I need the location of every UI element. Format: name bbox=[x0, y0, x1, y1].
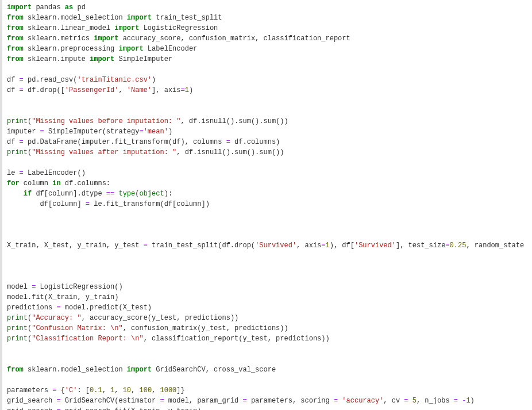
token-num: 5 bbox=[413, 397, 417, 405]
token-nm: df[column] bbox=[7, 200, 86, 208]
code-line: from sklearn.model_selection import Grid… bbox=[7, 365, 527, 375]
token-str: 'PassengerId' bbox=[65, 86, 119, 94]
token-nm: , confusion_matrix(y_test, predictions)) bbox=[123, 324, 288, 332]
code-line: grid_search = GridSearchCV(estimator = m… bbox=[7, 396, 527, 406]
token-op: = bbox=[181, 86, 185, 94]
token-nm: , bbox=[102, 386, 110, 394]
code-line: from sklearn.linear_model import Logisti… bbox=[7, 23, 527, 33]
token-nm: df bbox=[7, 138, 20, 146]
code-line: print("Confusion Matrix: \n", confusion_… bbox=[7, 323, 527, 334]
token-nm: , accuracy_score(y_test, predictions)) bbox=[82, 314, 239, 322]
token-nm: model.fit(X_train, y_train) bbox=[7, 293, 118, 301]
token-op: = bbox=[160, 397, 164, 405]
token-kw: import bbox=[7, 3, 32, 12]
token-op: = bbox=[242, 397, 246, 405]
code-line: from sklearn.metrics import accuracy_sco… bbox=[7, 33, 527, 44]
code-cell[interactable]: import pandas as pdfrom sklearn.model_se… bbox=[7, 2, 527, 410]
token-nm: , cv bbox=[383, 397, 404, 405]
token-num: 0.25 bbox=[450, 242, 467, 250]
token-nm: X_train, X_test, y_train, y_test bbox=[7, 242, 144, 250]
token-nm: sklearn.metrics bbox=[24, 35, 94, 43]
token-op: = bbox=[20, 86, 24, 94]
token-kw: import bbox=[114, 24, 139, 32]
token-num: 100 bbox=[139, 386, 152, 394]
token-nm: sklearn.linear_model bbox=[24, 24, 114, 32]
token-nm: ]} bbox=[176, 386, 184, 394]
code-line: X_train, X_test, y_train, y_test = train… bbox=[7, 240, 527, 251]
token-kw: from bbox=[7, 45, 24, 53]
code-line: parameters = {'C': [0.1, 1, 10, 100, 100… bbox=[7, 385, 527, 396]
token-nm: ], test_size bbox=[396, 242, 445, 250]
token-nm: df.columns) bbox=[230, 138, 280, 146]
token-nm: parameters bbox=[7, 386, 52, 394]
token-nm: , axis bbox=[296, 242, 321, 250]
token-kw: from bbox=[7, 24, 24, 32]
token-builtin: print bbox=[7, 148, 28, 156]
code-line: grid_search = grid_search.fit(X_train, y… bbox=[7, 406, 527, 410]
token-kw: import bbox=[118, 45, 143, 53]
token-nm: { bbox=[56, 386, 64, 394]
code-line bbox=[7, 261, 527, 271]
token-nm: ], axis bbox=[152, 86, 180, 94]
token-builtin: type bbox=[118, 190, 135, 198]
token-str: 'mean' bbox=[144, 128, 168, 136]
token-builtin: print bbox=[7, 117, 28, 125]
token-kw: import bbox=[127, 14, 152, 22]
token-nm: df.columns: bbox=[61, 179, 110, 187]
token-str: 'C' bbox=[65, 386, 78, 394]
token-nm: , bbox=[152, 386, 160, 394]
token-kw: import bbox=[94, 35, 118, 43]
token-nm: le.fit_transform(df[column]) bbox=[90, 200, 210, 208]
code-line: import pandas as pd bbox=[7, 2, 527, 13]
token-builtin: print bbox=[7, 324, 28, 332]
token-nm: LabelEncoder() bbox=[24, 169, 86, 177]
token-nm: , df.isnull().sum().sum()) bbox=[176, 148, 284, 156]
token-op: = bbox=[56, 407, 60, 410]
token-nm: pd bbox=[73, 3, 86, 12]
token-nm: model.predict(X_test) bbox=[61, 304, 152, 312]
code-line: from sklearn.preprocessing import LabelE… bbox=[7, 44, 527, 54]
code-line bbox=[7, 95, 527, 106]
code-line: le = LabelEncoder() bbox=[7, 168, 527, 178]
code-line bbox=[7, 354, 527, 365]
token-nm: LabelEncoder bbox=[144, 45, 198, 53]
token-nm: , bbox=[118, 86, 126, 94]
token-nm: df bbox=[7, 76, 20, 84]
code-line: if df[column].dtype == type(object): bbox=[7, 189, 527, 199]
token-kw: as bbox=[65, 3, 73, 12]
token-nm: grid_search bbox=[7, 397, 56, 405]
code-line bbox=[7, 220, 527, 230]
code-line: df[column] = le.fit_transform(df[column]… bbox=[7, 199, 527, 209]
token-nm: sklearn.model_selection bbox=[24, 366, 127, 374]
token-nm: ) bbox=[189, 86, 193, 94]
token-op: = bbox=[56, 304, 60, 312]
token-nm: df.drop([ bbox=[24, 86, 65, 94]
code-line: print("Accuracy: ", accuracy_score(y_tes… bbox=[7, 313, 527, 323]
token-kw: import bbox=[90, 55, 114, 63]
token-num: 0.1 bbox=[90, 386, 102, 394]
token-op: = bbox=[445, 242, 449, 250]
code-line: imputer = SimpleImputer(strategy='mean') bbox=[7, 127, 527, 137]
token-str: "Accuracy: " bbox=[32, 314, 81, 322]
token-nm: SimpleImputer(strategy bbox=[44, 128, 140, 136]
token-num: 1000 bbox=[160, 386, 177, 394]
token-op: = bbox=[20, 138, 24, 146]
token-nm: model, param_grid bbox=[164, 397, 243, 405]
token-kw: from bbox=[7, 35, 24, 43]
code-line: for column in df.columns: bbox=[7, 178, 527, 189]
code-line: print("Missing values before imputation:… bbox=[7, 116, 527, 127]
token-str: 'Survived' bbox=[354, 242, 396, 250]
token-kw: in bbox=[52, 179, 60, 187]
token-nm: SimpleImputer bbox=[114, 55, 172, 63]
token-nm: ): bbox=[164, 190, 172, 198]
token-str: "Missing values before imputation: " bbox=[32, 117, 180, 125]
token-op: = bbox=[144, 242, 148, 250]
token-num: 1 bbox=[326, 242, 330, 250]
code-line: print("Missing values after imputation: … bbox=[7, 147, 527, 158]
token-op: = bbox=[454, 397, 458, 405]
token-nm: df[column].dtype bbox=[32, 190, 106, 198]
token-nm: parameters, scoring bbox=[247, 397, 334, 405]
token-op: = bbox=[20, 76, 24, 84]
token-nm: predictions bbox=[7, 304, 56, 312]
token-nm: accuracy_score, confusion_matrix, classi… bbox=[118, 35, 350, 43]
